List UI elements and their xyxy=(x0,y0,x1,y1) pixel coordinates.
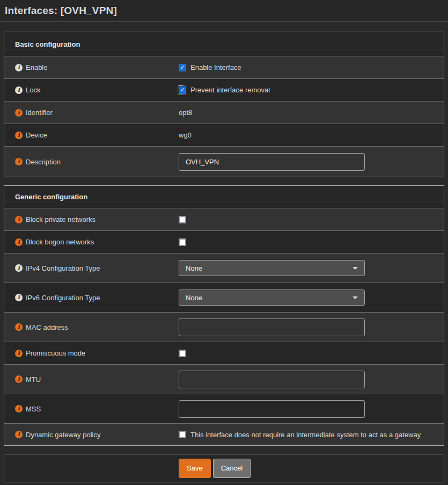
field-label: MTU xyxy=(26,375,41,383)
form-row-identifier: i Identifier opt8 xyxy=(4,101,444,124)
form-row-mac-address: i MAC address xyxy=(4,312,444,342)
field-label: Promiscuous mode xyxy=(26,349,85,357)
field-label: MSS xyxy=(26,405,41,413)
form-row-ipv6-type: i IPv6 Configuration Type None xyxy=(4,283,444,312)
chevron-down-icon xyxy=(352,296,358,299)
info-icon[interactable]: i xyxy=(15,350,23,357)
form-row-mtu: i MTU xyxy=(4,364,444,394)
checkbox-label: Enable Interface xyxy=(190,63,241,71)
form-row-dynamic-gateway: i Dynamic gateway policy This interface … xyxy=(4,423,444,445)
section-title: Generic configuration xyxy=(15,193,87,201)
info-icon[interactable]: i xyxy=(15,323,23,331)
block-private-checkbox[interactable] xyxy=(179,216,186,223)
check-icon: ✓ xyxy=(180,87,185,93)
form-row-promiscuous: i Promiscuous mode xyxy=(4,342,444,364)
field-label: Description xyxy=(26,158,61,166)
checkbox-label: This interface does not require an inter… xyxy=(190,431,421,439)
info-icon[interactable]: i xyxy=(15,264,23,272)
checkbox-label: Prevent interface removal xyxy=(190,86,270,94)
info-icon[interactable]: i xyxy=(15,216,23,223)
basic-configuration-panel: Basic configuration i Enable ✓ Enable In… xyxy=(4,32,444,177)
form-row-mss: i MSS xyxy=(4,394,444,423)
dynamic-gateway-checkbox[interactable] xyxy=(179,431,186,438)
generic-configuration-heading: Generic configuration xyxy=(4,186,444,208)
field-label: Device xyxy=(26,131,47,139)
form-row-ipv4-type: i IPv4 Configuration Type None xyxy=(4,253,444,283)
check-icon: ✓ xyxy=(180,64,185,70)
chevron-down-icon xyxy=(352,267,358,270)
form-row-device: i Device wg0 xyxy=(4,124,444,146)
mac-address-input[interactable] xyxy=(179,318,365,336)
field-label: IPv6 Configuration Type xyxy=(26,294,100,302)
promiscuous-checkbox[interactable] xyxy=(179,350,186,357)
select-value: None xyxy=(186,264,202,272)
form-row-enable: i Enable ✓ Enable Interface xyxy=(4,56,444,78)
section-title: Basic configuration xyxy=(15,40,80,48)
field-label: Lock xyxy=(26,86,40,94)
device-value: wg0 xyxy=(179,131,192,139)
info-icon[interactable]: i xyxy=(15,238,23,246)
save-button[interactable]: Save xyxy=(179,459,211,478)
page-header: Interfaces: [OVH_VPN] xyxy=(0,0,448,22)
lock-checkbox[interactable]: ✓ xyxy=(179,86,186,94)
form-row-block-private: i Block private networks xyxy=(4,208,444,230)
ipv4-type-select[interactable]: None xyxy=(179,260,365,276)
form-row-description: i Description xyxy=(4,146,444,177)
info-icon[interactable]: i xyxy=(15,86,23,94)
info-icon[interactable]: i xyxy=(15,64,23,71)
field-label: IPv4 Configuration Type xyxy=(26,264,100,272)
field-label: Identifier xyxy=(26,108,53,117)
form-row-block-bogon: i Block bogon networks xyxy=(4,230,444,253)
info-icon[interactable]: i xyxy=(15,109,23,117)
block-bogon-checkbox[interactable] xyxy=(179,238,186,246)
field-label: Enable xyxy=(26,63,47,71)
mss-input[interactable] xyxy=(179,400,365,418)
page-title: Interfaces: [OVH_VPN] xyxy=(5,5,117,17)
info-icon[interactable]: i xyxy=(15,431,23,438)
select-value: None xyxy=(186,294,202,302)
field-label: Dynamic gateway policy xyxy=(26,431,100,439)
identifier-value: opt8 xyxy=(179,108,192,117)
ipv6-type-select[interactable]: None xyxy=(179,289,365,306)
enable-checkbox[interactable]: ✓ xyxy=(179,64,186,71)
info-icon[interactable]: i xyxy=(15,375,23,383)
mtu-input[interactable] xyxy=(179,371,365,388)
info-icon[interactable]: i xyxy=(15,158,23,165)
actions-panel: Save Cancel xyxy=(4,454,444,482)
field-label: Block private networks xyxy=(26,215,96,223)
info-icon[interactable]: i xyxy=(15,405,23,412)
info-icon[interactable]: i xyxy=(15,132,23,139)
field-label: MAC address xyxy=(26,323,68,331)
generic-configuration-panel: Generic configuration i Block private ne… xyxy=(4,185,444,446)
field-label: Block bogon networks xyxy=(26,238,94,246)
cancel-button[interactable]: Cancel xyxy=(213,459,251,478)
description-input[interactable] xyxy=(179,153,365,171)
basic-configuration-heading: Basic configuration xyxy=(4,32,444,56)
form-row-lock: i Lock ✓ Prevent interface removal xyxy=(4,78,444,101)
info-icon[interactable]: i xyxy=(15,294,23,301)
